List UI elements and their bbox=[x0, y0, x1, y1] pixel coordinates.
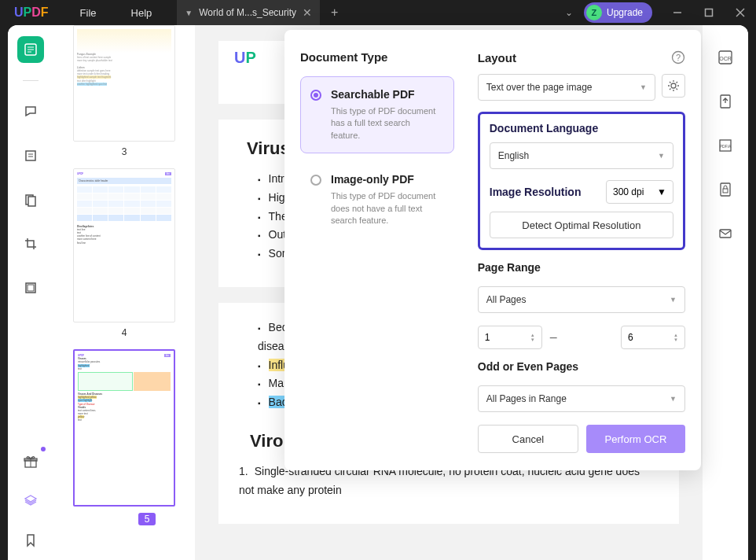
spinner-icon[interactable]: ▲▼ bbox=[530, 333, 535, 342]
close-icon[interactable]: ✕ bbox=[303, 6, 312, 19]
spinner-icon[interactable]: ▲▼ bbox=[673, 333, 678, 342]
option-title: Image-only PDF bbox=[331, 173, 441, 186]
thumbnails-pane[interactable]: Fungus Examplelines of text content here… bbox=[53, 25, 195, 560]
cancel-button[interactable]: Cancel bbox=[478, 425, 578, 453]
avatar: Z bbox=[586, 5, 602, 20]
page-range-heading: Page Range bbox=[478, 261, 685, 274]
svg-rect-8 bbox=[26, 151, 35, 160]
odd-even-heading: Odd or Even Pages bbox=[478, 360, 685, 373]
layout-heading: Layout bbox=[478, 51, 516, 64]
crop-tool-button[interactable] bbox=[17, 230, 44, 257]
svg-rect-23 bbox=[721, 183, 730, 196]
range-separator: – bbox=[550, 330, 557, 344]
new-tab-button[interactable]: + bbox=[320, 6, 349, 20]
perform-ocr-button[interactable]: Perform OCR bbox=[586, 425, 685, 453]
tab-title: World of M...s_Security bbox=[199, 7, 296, 18]
radio-icon bbox=[310, 175, 321, 186]
svg-rect-24 bbox=[723, 189, 728, 193]
radio-icon bbox=[310, 90, 321, 101]
svg-text:?: ? bbox=[676, 53, 681, 62]
thumbnail-label-5: 5 bbox=[138, 513, 156, 525]
svg-text:PDF/A: PDF/A bbox=[720, 144, 732, 149]
detect-resolution-button[interactable]: Detect Optimal Resolution bbox=[490, 212, 673, 238]
svg-point-28 bbox=[671, 83, 676, 88]
thumbnail-label-3: 3 bbox=[53, 146, 195, 157]
maximize-button[interactable] bbox=[693, 0, 725, 25]
chevron-down-icon[interactable]: ⌄ bbox=[554, 7, 584, 18]
svg-rect-25 bbox=[720, 230, 731, 238]
page-range-select[interactable]: All Pages▼ bbox=[478, 286, 685, 313]
thumbnail-3[interactable]: Fungus Examplelines of text content here… bbox=[73, 25, 175, 142]
help-icon[interactable]: ? bbox=[671, 50, 685, 64]
option-description: This type of PDF document does not have … bbox=[331, 190, 441, 227]
resolution-heading: Image Resolution bbox=[490, 186, 582, 198]
searchable-pdf-option[interactable]: Searchable PDF This type of PDF document… bbox=[300, 76, 454, 153]
ocr-button[interactable]: OCR bbox=[712, 44, 739, 71]
menu-file[interactable]: File bbox=[63, 7, 114, 19]
option-description: This type of PDF document has a full tex… bbox=[331, 105, 441, 142]
chevron-down-icon[interactable]: ▼ bbox=[185, 9, 193, 17]
page-tool-button[interactable] bbox=[17, 186, 44, 213]
bookmark-button[interactable] bbox=[17, 527, 44, 554]
reader-mode-button[interactable] bbox=[17, 36, 44, 63]
svg-rect-12 bbox=[28, 197, 35, 206]
ocr-panel: Document Type Searchable PDF This type o… bbox=[284, 30, 701, 470]
document-tab[interactable]: ▼ World of M...s_Security ✕ bbox=[177, 0, 320, 25]
upgrade-button[interactable]: Z Upgrade bbox=[584, 2, 652, 23]
chevron-down-icon: ▼ bbox=[670, 395, 677, 403]
svg-rect-14 bbox=[28, 285, 34, 291]
titlebar: UPDF File Help ▼ World of M...s_Security… bbox=[0, 0, 756, 25]
comment-tool-button[interactable] bbox=[17, 98, 44, 125]
resolution-select[interactable]: 300 dpi▼ bbox=[606, 180, 673, 204]
layout-select[interactable]: Text over the page image▼ bbox=[478, 74, 655, 101]
edit-tool-button[interactable] bbox=[17, 142, 44, 169]
highlighted-section: Document Language English▼ Image Resolut… bbox=[478, 112, 685, 250]
chevron-down-icon: ▼ bbox=[657, 186, 666, 197]
protect-button[interactable] bbox=[712, 176, 739, 203]
form-tool-button[interactable] bbox=[17, 274, 44, 301]
app-logo: UPDF bbox=[14, 6, 49, 20]
right-rail: OCR PDF/A bbox=[703, 25, 748, 560]
image-only-pdf-option[interactable]: Image-only PDF This type of PDF document… bbox=[300, 161, 454, 238]
chevron-down-icon: ▼ bbox=[670, 296, 677, 304]
odd-even-select[interactable]: All Pages in Range▼ bbox=[478, 385, 685, 412]
chevron-down-icon: ▼ bbox=[658, 152, 665, 160]
svg-text:OCR: OCR bbox=[719, 56, 732, 61]
option-title: Searchable PDF bbox=[331, 88, 441, 101]
close-window-button[interactable] bbox=[725, 0, 756, 25]
gift-button[interactable] bbox=[17, 448, 44, 475]
language-heading: Document Language bbox=[490, 122, 673, 134]
language-select[interactable]: English▼ bbox=[490, 142, 673, 169]
thumbnail-label-4: 4 bbox=[53, 327, 195, 338]
menu-help[interactable]: Help bbox=[114, 7, 170, 19]
page-to-input[interactable]: 6▲▼ bbox=[621, 326, 685, 349]
minimize-button[interactable] bbox=[662, 0, 693, 25]
share-button[interactable] bbox=[712, 220, 739, 247]
page-from-input[interactable]: 1▲▼ bbox=[478, 326, 542, 349]
svg-rect-1 bbox=[706, 9, 713, 17]
pdfa-button[interactable]: PDF/A bbox=[712, 132, 739, 159]
upgrade-label: Upgrade bbox=[607, 7, 643, 18]
chevron-down-icon: ▼ bbox=[640, 83, 647, 91]
thumbnail-4[interactable]: UPDFbtn Characteristics table header Din… bbox=[73, 168, 175, 322]
layers-button[interactable] bbox=[17, 488, 44, 514]
doc-type-heading: Document Type bbox=[300, 50, 454, 64]
thumbnail-5[interactable]: UPDFbtn Virusesintracellular parasiteshi… bbox=[73, 349, 175, 507]
export-button[interactable] bbox=[712, 88, 739, 115]
layout-settings-button[interactable] bbox=[662, 74, 685, 98]
